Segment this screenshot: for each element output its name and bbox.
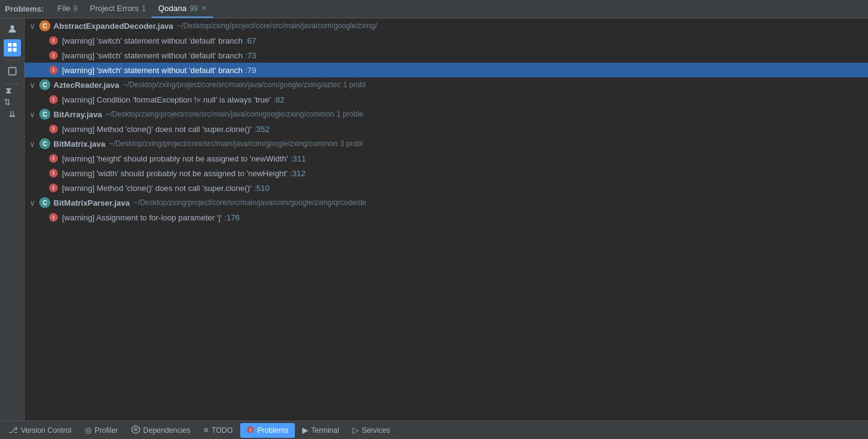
tab-project-errors-label: Project Errors (90, 4, 138, 13)
dependencies-icon (131, 425, 140, 435)
square-icon (7, 66, 17, 78)
expand-all-icon: ⇅ (4, 85, 21, 107)
bottom-btn-services[interactable]: ▷ Services (346, 423, 396, 438)
file-icon-aztec: C (39, 79, 50, 90)
file-row-bitarray[interactable]: ∨ C BitArray.java ~/Desktop/zxing/projec… (25, 107, 868, 122)
problem-text-p6: [warning] 'height' should probably not b… (62, 154, 306, 163)
file-icon-bitmatrixparser: C (39, 197, 50, 208)
file-name-abstract: AbstractExpandedDecoder.java (53, 21, 173, 31)
file-path-abstract: ~/Desktop/zxing/project/core/src/main/ja… (177, 21, 377, 30)
bottom-btn-version-control[interactable]: ⎇ Version Control (2, 423, 77, 438)
profiler-icon: ◎ (85, 425, 92, 435)
tab-qodana[interactable]: Qodana 99 ✕ (152, 0, 213, 18)
problem-text-p1: [warning] 'switch' statement without 'de… (62, 36, 256, 45)
problems-icon: ! (246, 425, 254, 435)
problems-list[interactable]: ∨ C AbstractExpandedDecoder.java ~/Deskt… (25, 18, 868, 421)
file-row-bitmatrixparser[interactable]: ∨ C BitMatrixParser.java ~/Desktop/zxing… (25, 195, 868, 210)
tab-file[interactable]: File 9 (52, 0, 84, 18)
problem-row-p6[interactable]: ! [warning] 'height' should probably not… (25, 151, 868, 166)
problem-row-p4[interactable]: ! [warning] Condition 'formatException !… (25, 92, 868, 107)
problem-row-p5[interactable]: ! [warning] Method 'clone()' does not ca… (25, 122, 868, 136)
error-icon-p7: ! (49, 169, 58, 177)
problem-text-p7: [warning] 'width' should probably not be… (62, 169, 305, 178)
file-path-bitarray: ~/Desktop/zxing/project/core/src/main/ja… (106, 110, 334, 118)
services-icon: ▷ (353, 425, 359, 435)
file-path-bitmatrixparser: ~/Desktop/zxing/project/core/src/main/ja… (133, 198, 366, 207)
problem-text-p2: [warning] 'switch' statement without 'de… (62, 51, 256, 60)
svg-text:!: ! (249, 427, 251, 433)
sidebar-divider (5, 60, 20, 60)
error-icon-p8: ! (49, 184, 58, 192)
sidebar-btn-square[interactable] (4, 63, 21, 80)
svg-point-0 (10, 25, 14, 29)
collapse-all-icon: ⇊ (9, 109, 16, 119)
tab-qodana-count: 99 (190, 4, 198, 13)
file-icon-bitmatrix: C (39, 138, 50, 149)
file-name-bitarray: BitArray.java (53, 110, 102, 119)
problem-row-p1[interactable]: ! [warning] 'switch' statement without '… (25, 33, 868, 48)
tab-file-label: File (58, 4, 71, 13)
file-name-bitmatrix: BitMatrix.java (53, 139, 106, 149)
file-name-aztec: AztecReader.java (53, 80, 119, 90)
services-label: Services (362, 426, 390, 435)
todo-label: TODO (211, 426, 232, 435)
file-row-bitmatrix[interactable]: ∨ C BitMatrix.java ~/Desktop/zxing/proje… (25, 136, 868, 151)
error-icon-p2: ! (49, 51, 58, 60)
tab-bar: Problems: File 9 Project Errors 1 Qodana… (0, 0, 868, 18)
version-control-icon: ⎇ (9, 425, 18, 435)
sidebar-btn-layout[interactable] (4, 39, 21, 56)
problem-row-p3[interactable]: ! [warning] 'switch' statement without '… (25, 63, 868, 77)
file-name-bitmatrixparser: BitMatrixParser.java (53, 198, 130, 208)
problem-count-bitarray: 1 proble (337, 110, 363, 118)
version-control-label: Version Control (21, 426, 71, 435)
todo-icon: ≡ (204, 425, 209, 435)
problem-count-aztec: 1 probl (343, 80, 366, 89)
layout-icon (7, 42, 17, 54)
problem-row-p2[interactable]: ! [warning] 'switch' statement without '… (25, 48, 868, 63)
tab-qodana-label: Qodana (158, 4, 186, 13)
problem-text-p4: [warning] Condition 'formatException != … (62, 95, 284, 104)
svg-marker-7 (134, 427, 138, 432)
sidebar-btn-collapse-all[interactable]: ⇊ (4, 106, 21, 123)
svg-rect-1 (8, 43, 12, 47)
chevron-icon-bitmatrixparser: ∨ (29, 198, 39, 208)
error-icon-p5: ! (49, 125, 58, 133)
svg-rect-5 (9, 68, 16, 75)
bottom-btn-todo[interactable]: ≡ TODO (198, 423, 239, 438)
error-icon-p6: ! (49, 154, 58, 163)
svg-rect-3 (8, 48, 12, 52)
problem-row-p8[interactable]: ! [warning] Method 'clone()' does not ca… (25, 181, 868, 195)
problem-row-p9[interactable]: ! [warning] Assignment to for-loop param… (25, 210, 868, 225)
dependencies-label: Dependencies (143, 426, 190, 435)
bottom-toolbar: ⎇ Version Control ◎ Profiler Dependencie… (0, 421, 868, 439)
chevron-icon: ∨ (29, 21, 39, 31)
file-path-aztec: ~/Desktop/zxing/project/core/src/main/ja… (123, 80, 341, 89)
sidebar-btn-expand-all[interactable]: ⇅ (4, 87, 21, 104)
sidebar: ⇅ ⇊ (0, 18, 25, 421)
problems-label: Problems (257, 426, 289, 435)
profiler-label: Profiler (95, 426, 118, 435)
bottom-btn-dependencies[interactable]: Dependencies (125, 423, 197, 438)
chevron-icon-bitmatrix: ∨ (29, 139, 39, 149)
chevron-icon-bitarray: ∨ (29, 110, 39, 119)
bottom-btn-profiler[interactable]: ◎ Profiler (79, 423, 124, 438)
tab-file-count: 9 (74, 4, 78, 13)
problem-text-p5: [warning] Method 'clone()' does not call… (62, 125, 270, 134)
bottom-btn-terminal[interactable]: ▶ Terminal (296, 423, 345, 438)
tab-project-errors-count: 1 (142, 4, 146, 13)
sidebar-btn-person[interactable] (4, 21, 21, 38)
terminal-icon: ▶ (302, 425, 308, 435)
tab-project-errors[interactable]: Project Errors 1 (84, 0, 152, 18)
main-area: ⇅ ⇊ ∨ C AbstractExpandedDecoder.java ~/D… (0, 18, 868, 421)
file-row-aztec[interactable]: ∨ C AztecReader.java ~/Desktop/zxing/pro… (25, 77, 868, 92)
problem-text-p3: [warning] 'switch' statement without 'de… (62, 66, 256, 75)
tab-bar-label: Problems: (5, 4, 44, 14)
close-icon[interactable]: ✕ (201, 4, 207, 12)
bottom-btn-problems[interactable]: ! Problems (240, 423, 295, 438)
svg-rect-4 (13, 48, 17, 52)
chevron-icon-aztec: ∨ (29, 80, 39, 90)
terminal-label: Terminal (311, 426, 339, 435)
error-icon-p1: ! (49, 36, 58, 45)
problem-row-p7[interactable]: ! [warning] 'width' should probably not … (25, 166, 868, 181)
file-row-abstract[interactable]: ∨ C AbstractExpandedDecoder.java ~/Deskt… (25, 18, 868, 33)
